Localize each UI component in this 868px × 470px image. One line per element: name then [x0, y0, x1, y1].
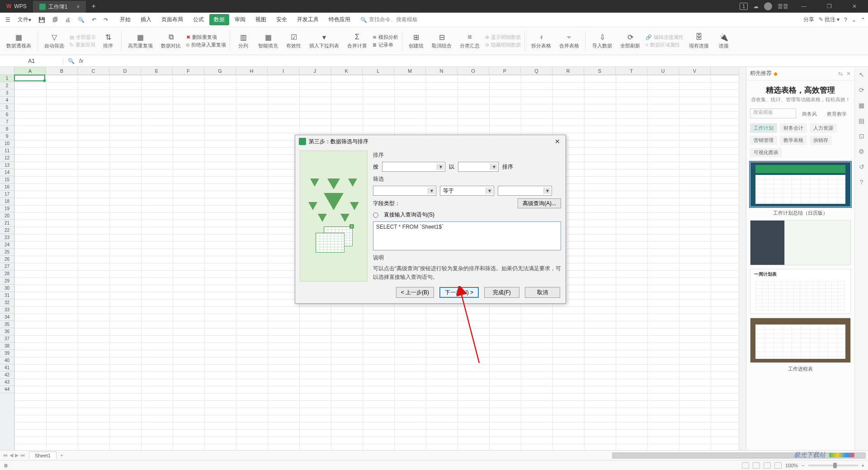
- ribbon-show-all[interactable]: ▤全部显示: [70, 34, 96, 41]
- ribbon-group[interactable]: ⊞创建组: [406, 33, 426, 49]
- column-header[interactable]: N: [426, 67, 458, 75]
- template-tag[interactable]: 营销管理: [750, 136, 777, 145]
- row-header[interactable]: 26: [0, 256, 14, 263]
- row-header[interactable]: 18: [0, 198, 14, 205]
- spreadsheet-area[interactable]: ABCDEFGHIJKLMNOPQRSTUV 12345678910111213…: [0, 67, 746, 450]
- filter-field-combo[interactable]: ▾: [373, 186, 436, 196]
- comment-button[interactable]: ✎ 批注 ▾: [819, 16, 840, 24]
- row-header[interactable]: 2: [0, 82, 14, 89]
- view-normal-icon[interactable]: [742, 462, 749, 469]
- view-reading-icon[interactable]: [764, 462, 771, 469]
- dialog-titlebar[interactable]: 第三步：数据筛选与排序 ✕: [295, 135, 566, 148]
- sort-by-combo[interactable]: ▾: [382, 162, 445, 172]
- more-icon[interactable]: ⌃: [861, 17, 865, 23]
- save-icon[interactable]: 💾: [36, 15, 48, 25]
- filter-value-combo[interactable]: ▾: [498, 186, 552, 196]
- template-card[interactable]: [750, 318, 851, 363]
- row-header[interactable]: 36: [0, 328, 14, 335]
- sidebar-property-icon[interactable]: ▤: [858, 117, 866, 125]
- template-tag[interactable]: 供销存: [810, 136, 832, 145]
- column-header[interactable]: S: [584, 67, 616, 75]
- row-header[interactable]: 27: [0, 263, 14, 270]
- template-card[interactable]: [750, 220, 851, 265]
- column-header[interactable]: E: [141, 67, 173, 75]
- filter-op-combo[interactable]: 等于▾: [440, 186, 494, 196]
- style-chip-business[interactable]: 商务风: [798, 108, 821, 120]
- select-tool-icon[interactable]: ↖: [858, 70, 866, 79]
- zoom-value[interactable]: 100%: [785, 463, 798, 468]
- ribbon-whatif[interactable]: ≋模拟分析: [373, 34, 398, 41]
- select-all-corner[interactable]: [0, 67, 14, 75]
- menu-tab-审阅[interactable]: 审阅: [230, 14, 250, 25]
- row-header[interactable]: 22: [0, 227, 14, 234]
- column-header[interactable]: K: [331, 67, 363, 75]
- row-header[interactable]: 17: [0, 191, 14, 198]
- row-header[interactable]: 37: [0, 335, 14, 343]
- ribbon-collapse-icon[interactable]: ⌄: [852, 17, 856, 23]
- row-header[interactable]: 8: [0, 126, 14, 133]
- redo-icon[interactable]: ↷: [101, 15, 111, 25]
- column-header[interactable]: M: [394, 67, 426, 75]
- command-search[interactable]: 🔍 查找命令、搜索模板: [360, 16, 418, 24]
- row-header[interactable]: 42: [0, 371, 14, 379]
- print-direct-icon[interactable]: 🗐: [50, 15, 61, 25]
- sidebar-help-icon[interactable]: ?: [858, 178, 866, 186]
- notification-badge[interactable]: 1: [740, 3, 748, 10]
- app-tab-wps[interactable]: W WPS: [0, 0, 33, 13]
- row-header[interactable]: 10: [0, 140, 14, 147]
- ribbon-autofilter[interactable]: ▽自动筛选: [42, 33, 67, 49]
- view-pagebreak-icon[interactable]: [753, 462, 760, 469]
- file-menu[interactable]: 文件 ▾: [15, 14, 34, 25]
- row-header[interactable]: 16: [0, 183, 14, 191]
- column-header[interactable]: G: [204, 67, 236, 75]
- column-header[interactable]: R: [552, 67, 584, 75]
- row-header[interactable]: 25: [0, 249, 14, 256]
- new-tab-button[interactable]: +: [86, 2, 101, 10]
- tab-close-icon[interactable]: ×: [76, 4, 80, 10]
- menu-tab-安全[interactable]: 安全: [272, 14, 292, 25]
- row-header[interactable]: 38: [0, 343, 14, 350]
- zoom-out-icon[interactable]: −: [802, 463, 804, 468]
- row-header[interactable]: 15: [0, 176, 14, 183]
- template-card[interactable]: 一周计划表: [750, 269, 851, 314]
- column-header[interactable]: U: [647, 67, 679, 75]
- row-header[interactable]: 39: [0, 350, 14, 357]
- print-preview-icon[interactable]: 🔍: [75, 15, 87, 25]
- ribbon-validity[interactable]: ☑有效性: [283, 33, 304, 49]
- row-header[interactable]: 21: [0, 220, 14, 227]
- zoom-slider[interactable]: [808, 465, 858, 466]
- column-header[interactable]: Q: [521, 67, 552, 75]
- ribbon-merge-sheet[interactable]: ⫟合并表格: [557, 33, 582, 49]
- ribbon-highlight-dup[interactable]: ▦高亮重复项: [125, 33, 156, 49]
- row-header[interactable]: 20: [0, 212, 14, 220]
- template-tag[interactable]: 财务会计: [780, 123, 807, 133]
- ribbon-remove-dup[interactable]: ✖删除重复项: [186, 34, 226, 41]
- sheet-prev-icon[interactable]: ◀: [9, 452, 13, 458]
- row-header[interactable]: 31: [0, 292, 14, 299]
- window-minimize-icon[interactable]: —: [794, 0, 814, 13]
- row-header[interactable]: 24: [0, 241, 14, 249]
- user-avatar-icon[interactable]: [764, 2, 772, 10]
- prev-button[interactable]: < 上一步(B): [396, 287, 434, 298]
- ribbon-text-to-columns[interactable]: ▥分列: [234, 33, 253, 49]
- row-header[interactable]: 3: [0, 89, 14, 97]
- undo-icon[interactable]: ↶: [89, 15, 99, 25]
- row-header[interactable]: 1: [0, 75, 14, 82]
- cloud-icon[interactable]: ☁: [753, 3, 759, 9]
- row-header[interactable]: 43: [0, 379, 14, 386]
- user-name[interactable]: 普普: [778, 3, 788, 10]
- column-header[interactable]: J: [299, 67, 331, 75]
- column-header[interactable]: T: [616, 67, 647, 75]
- sidebar-clipboard-icon[interactable]: ▦: [858, 101, 866, 109]
- fx-icon[interactable]: 🔍 fx: [63, 58, 88, 64]
- row-header[interactable]: 9: [0, 133, 14, 140]
- row-header[interactable]: 33: [0, 306, 14, 314]
- ribbon-ungroup[interactable]: ⊟取消组合: [429, 33, 454, 49]
- menu-tab-开始[interactable]: 开始: [115, 14, 135, 25]
- menu-tab-开发工具[interactable]: 开发工具: [292, 14, 323, 25]
- menu-tab-页面布局[interactable]: 页面布局: [157, 14, 188, 25]
- app-menu-icon[interactable]: ☰: [3, 15, 13, 25]
- column-header[interactable]: B: [46, 67, 78, 75]
- row-header[interactable]: 41: [0, 364, 14, 371]
- cancel-button[interactable]: 取消: [525, 287, 560, 298]
